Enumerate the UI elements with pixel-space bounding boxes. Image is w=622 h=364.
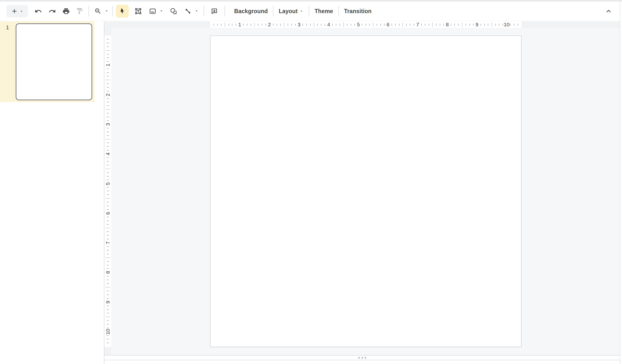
ruler-tick xyxy=(402,23,403,27)
ruler-number: 1 xyxy=(105,62,111,69)
select-tool-button[interactable] xyxy=(116,5,129,18)
transition-button[interactable]: Transition xyxy=(339,5,377,17)
undo-button[interactable] xyxy=(32,5,44,17)
ruler-number: 4 xyxy=(327,21,330,28)
drag-handle-dot xyxy=(358,357,360,359)
speaker-notes-splitter[interactable] xyxy=(104,355,620,360)
ruler-number: 2 xyxy=(105,91,111,98)
ruler-tick xyxy=(107,194,109,195)
ruler-tick xyxy=(488,24,488,26)
ruler-number: 3 xyxy=(105,121,111,128)
theme-button[interactable]: Theme xyxy=(310,5,338,17)
ruler-tick xyxy=(107,180,109,180)
drag-handle-icon[interactable] xyxy=(358,357,366,359)
ruler-tick xyxy=(107,113,109,113)
image-icon xyxy=(149,7,156,15)
ruler-tick xyxy=(303,24,303,26)
ruler-tick xyxy=(291,24,292,26)
line-tool-button[interactable] xyxy=(182,5,194,17)
ruler-tick xyxy=(410,24,410,26)
slide-thumbnail-item[interactable]: 1 xyxy=(0,21,94,102)
new-slide-button[interactable] xyxy=(6,5,28,17)
ruler-tick xyxy=(106,109,110,110)
text-box-tool-button[interactable] xyxy=(132,5,144,17)
text-box-icon xyxy=(134,7,142,15)
ruler-number: 8 xyxy=(446,21,449,28)
line-dropdown[interactable] xyxy=(194,5,199,17)
ruler-tick xyxy=(254,23,255,27)
ruler-tick xyxy=(107,265,109,265)
redo-icon xyxy=(48,7,56,15)
slide-thumbnail[interactable] xyxy=(16,23,92,100)
ruler-tick xyxy=(107,231,109,232)
ruler-tick xyxy=(107,157,109,158)
ruler-tick xyxy=(351,24,351,26)
ruler-tick xyxy=(310,24,311,26)
toolbar-divider xyxy=(309,6,309,16)
ruler-tick xyxy=(107,235,109,236)
ruler-tick xyxy=(458,24,459,26)
ruler-tick xyxy=(365,24,366,26)
slide-page[interactable] xyxy=(210,36,522,347)
add-comment-button[interactable] xyxy=(208,5,220,17)
ruler-tick xyxy=(454,24,455,26)
ruler-tick xyxy=(107,69,109,69)
ruler-tick xyxy=(247,24,247,26)
ruler-tick xyxy=(107,165,109,165)
ruler-tick xyxy=(214,24,214,26)
redo-button[interactable] xyxy=(46,5,58,17)
toolbar-divider xyxy=(204,6,204,16)
ruler-tick xyxy=(514,24,514,26)
ruler-tick xyxy=(106,80,110,80)
ruler-tick xyxy=(273,24,273,26)
plus-icon xyxy=(11,8,18,15)
ruler-tick xyxy=(518,24,518,26)
ruler-tick xyxy=(107,98,109,99)
ruler-tick xyxy=(343,23,344,27)
chevron-up-icon xyxy=(605,7,612,15)
background-button[interactable]: Background xyxy=(229,5,273,17)
image-dropdown[interactable] xyxy=(159,5,164,17)
ruler-tick xyxy=(107,339,109,339)
ruler-tick xyxy=(443,24,444,26)
chevron-down-icon xyxy=(159,9,164,14)
ruler-number: 1 xyxy=(238,21,241,28)
shape-tool-button[interactable] xyxy=(168,5,179,17)
speaker-notes-pane[interactable] xyxy=(104,360,620,364)
filmstrip-panel[interactable]: 1 xyxy=(0,21,104,364)
ruler-number: 9 xyxy=(476,21,479,28)
ruler-tick xyxy=(462,23,462,27)
ruler-tick xyxy=(107,206,109,206)
insert-image-button[interactable] xyxy=(147,5,159,17)
ruler-tick xyxy=(107,161,109,162)
layout-button[interactable]: Layout xyxy=(274,5,309,17)
ruler-tick xyxy=(495,24,496,26)
vertical-ruler[interactable]: 12345678910 xyxy=(104,28,111,355)
ruler-number: 10 xyxy=(105,328,111,335)
hide-menus-button[interactable] xyxy=(603,5,615,17)
ruler-tick xyxy=(107,87,109,88)
ruler-number: 10 xyxy=(504,21,509,28)
ruler-tick xyxy=(451,24,451,26)
ruler-tick xyxy=(317,24,318,26)
zoom-button[interactable] xyxy=(92,5,104,17)
paint-format-button[interactable] xyxy=(74,5,86,17)
cursor-icon xyxy=(119,7,126,15)
ruler-tick xyxy=(107,291,109,291)
toolbar-divider xyxy=(338,6,339,16)
ruler-tick xyxy=(243,24,244,26)
ruler-tick xyxy=(314,23,314,27)
ruler-tick xyxy=(221,24,222,26)
canvas-area[interactable] xyxy=(111,28,620,355)
transition-button-label: Transition xyxy=(344,8,372,15)
zoom-dropdown[interactable] xyxy=(104,5,109,17)
ruler-tick xyxy=(295,24,296,26)
line-icon xyxy=(184,7,192,15)
print-button[interactable] xyxy=(60,5,72,17)
ruler-tick xyxy=(251,24,251,26)
ruler-tick xyxy=(228,24,229,26)
ruler-tick xyxy=(107,343,109,343)
ruler-tick xyxy=(347,24,348,26)
horizontal-ruler[interactable]: 12345678910 xyxy=(104,21,620,28)
ruler-tick xyxy=(107,246,109,247)
